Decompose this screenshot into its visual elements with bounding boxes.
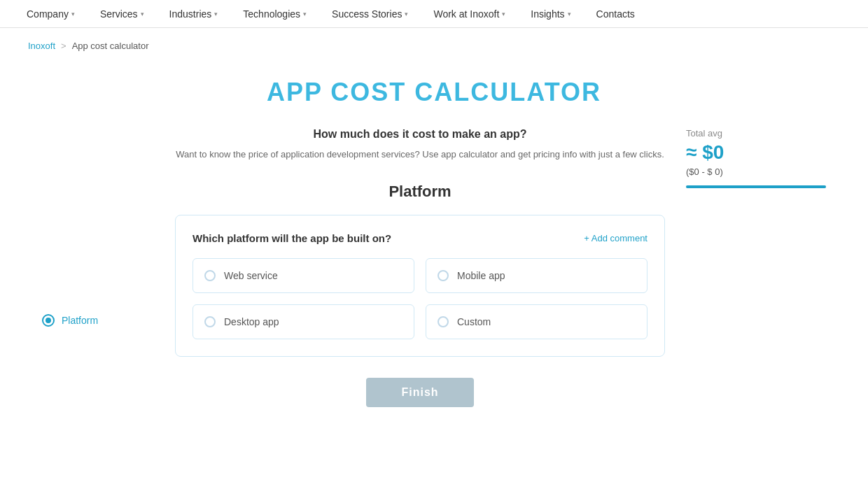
option-label: Web service	[224, 270, 278, 281]
right-panel: Total avg ≈ $0 ($0 - $ 0)	[686, 128, 826, 188]
total-avg-label: Total avg	[686, 128, 826, 139]
question-label: Which platform will the app be built on?	[192, 232, 391, 244]
chevron-down-icon: ▾	[502, 10, 505, 17]
chevron-down-icon: ▾	[141, 10, 144, 17]
nav-item-services[interactable]: Services▾	[88, 8, 157, 20]
progress-bar-fill	[686, 185, 826, 188]
nav-item-label: Company	[27, 8, 69, 20]
calculator-center: How much does it cost to make an app? Wa…	[175, 128, 665, 407]
layout: Platform How much does it cost to make a…	[42, 128, 826, 407]
question-card: Which platform will the app be built on?…	[175, 215, 665, 357]
total-avg-range: ($0 - $ 0)	[686, 167, 826, 177]
nav-item-company[interactable]: Company▾	[14, 8, 88, 20]
main-content: APP COST CALCULATOR Platform How much do…	[14, 64, 854, 449]
page-title: APP COST CALCULATOR	[42, 78, 826, 107]
nav-item-success-stories[interactable]: Success Stories▾	[319, 8, 421, 20]
breadcrumb-home[interactable]: Inoxoft	[28, 41, 55, 51]
breadcrumb: Inoxoft > App cost calculator	[0, 28, 868, 64]
chevron-down-icon: ▾	[405, 10, 408, 17]
nav-item-technologies[interactable]: Technologies▾	[230, 8, 319, 20]
nav-item-industries[interactable]: Industries▾	[157, 8, 231, 20]
option-label: Desktop app	[224, 316, 279, 327]
add-comment-button[interactable]: + Add comment	[584, 233, 648, 243]
sidebar-item-platform[interactable]: Platform	[42, 310, 154, 331]
main-heading: How much does it cost to make an app?	[175, 128, 665, 141]
nav-item-insights[interactable]: Insights▾	[518, 8, 583, 20]
nav-item-label: Work at Inoxoft	[433, 8, 499, 20]
nav-item-label: Success Stories	[332, 8, 402, 20]
nav-item-label: Services	[100, 8, 138, 20]
finish-button[interactable]: Finish	[366, 378, 473, 407]
nav-item-work-at-inoxoft[interactable]: Work at Inoxoft▾	[421, 8, 518, 20]
option-label: Mobile app	[457, 270, 505, 281]
sidebar-radio-platform	[42, 314, 55, 327]
option-custom[interactable]: Custom	[426, 304, 648, 339]
main-nav: Company▾Services▾Industries▾Technologies…	[0, 0, 868, 28]
breadcrumb-separator: >	[61, 41, 66, 51]
chevron-down-icon: ▾	[71, 10, 75, 17]
finish-button-wrap: Finish	[175, 378, 665, 407]
section-title: Platform	[175, 183, 665, 201]
option-radio	[204, 270, 216, 281]
sidebar-item-platform-label: Platform	[62, 315, 98, 326]
option-desktop-app[interactable]: Desktop app	[192, 304, 414, 339]
nav-item-label: Contacts	[596, 8, 635, 20]
option-web-service[interactable]: Web service	[192, 258, 414, 293]
option-label: Custom	[457, 316, 491, 327]
question-card-header: Which platform will the app be built on?…	[192, 232, 648, 244]
option-radio	[204, 316, 216, 327]
options-grid: Web serviceMobile appDesktop appCustom	[192, 258, 648, 339]
chevron-down-icon: ▾	[303, 10, 307, 17]
chevron-down-icon: ▾	[214, 10, 218, 17]
main-subtext: Want to know the price of application de…	[175, 148, 665, 162]
option-radio	[438, 316, 449, 327]
nav-item-label: Technologies	[243, 8, 300, 20]
total-avg-value: ≈ $0	[686, 141, 826, 164]
option-radio	[438, 270, 449, 281]
nav-item-label: Insights	[531, 8, 564, 20]
progress-bar-bg	[686, 185, 826, 188]
breadcrumb-current: App cost calculator	[72, 41, 149, 51]
option-mobile-app[interactable]: Mobile app	[426, 258, 648, 293]
sidebar: Platform	[42, 128, 154, 331]
nav-item-contacts[interactable]: Contacts	[584, 8, 648, 20]
nav-item-label: Industries	[169, 8, 212, 20]
chevron-down-icon: ▾	[568, 10, 571, 17]
